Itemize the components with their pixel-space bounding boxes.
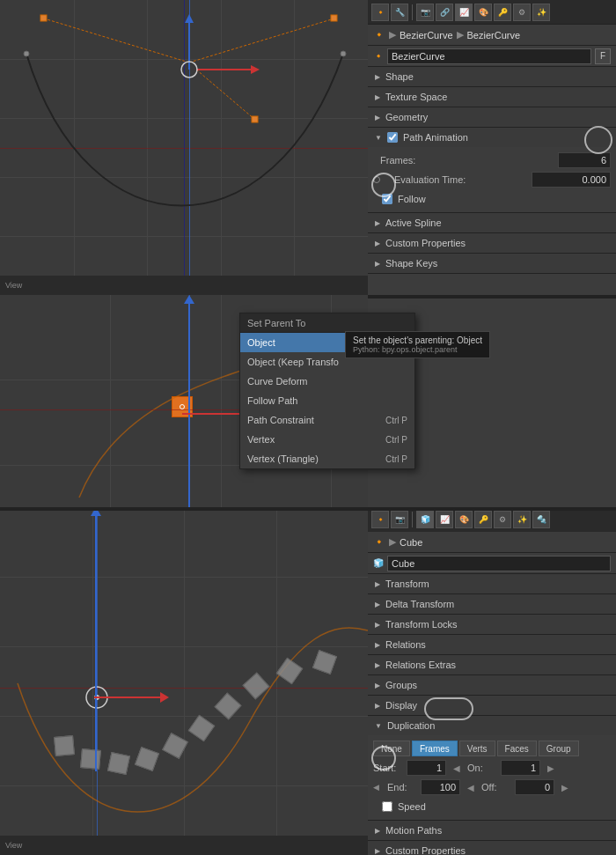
section-label-display: Display [385, 700, 417, 711]
bottom-icon-data[interactable]: 📈 [436, 511, 453, 528]
top-panel-toolbar: 🔸 🔧 📷 🔗 📈 🎨 🔑 ⚙ ✨ [368, 0, 616, 25]
triangle-active-spline: ▶ [375, 219, 380, 227]
section-header-texture[interactable]: ▶ Texture Space [368, 87, 616, 107]
breadcrumb-row: 🔸 ▶ BezierCurve ▶ BezierCurve [368, 25, 616, 46]
dup-btn-faces[interactable]: Faces [497, 741, 537, 756]
breadcrumb-item2[interactable]: BezierCurve [467, 30, 521, 41]
dup-cube-1 [54, 735, 75, 756]
section-label-relations: Relations [385, 639, 426, 650]
context-menu-title: Set Parent To [240, 313, 414, 333]
section-header-shape-keys[interactable]: ▶ Shape Keys [368, 254, 616, 273]
section-header-relations-extras[interactable]: ▶ Relations Extras [368, 655, 616, 674]
section-header-duplication[interactable]: ▼ Duplication [368, 716, 616, 735]
icon-link[interactable]: 🔗 [436, 4, 453, 21]
context-item-vertex-label: Vertex [247, 434, 275, 445]
follow-checkbox[interactable] [382, 194, 392, 204]
svg-point-12 [341, 51, 346, 56]
on-input[interactable] [501, 760, 540, 776]
icon-modifier[interactable]: ⚙ [513, 4, 531, 21]
icon-object[interactable]: 🔧 [391, 4, 408, 21]
section-header-motion-paths[interactable]: ▶ Motion Paths [368, 821, 616, 840]
section-header-custom-props-bottom[interactable]: ▶ Custom Properties [368, 841, 616, 855]
context-item-vertex[interactable]: Vertex Ctrl P [240, 430, 414, 449]
start-label: Start: [373, 763, 400, 773]
section-header-relations[interactable]: ▶ Relations [368, 635, 616, 654]
section-header-active-spline[interactable]: ▶ Active Spline [368, 213, 616, 232]
bottom-viewport: View [0, 507, 368, 855]
bezier-curve-svg [0, 0, 368, 295]
section-header-display[interactable]: ▶ Display [368, 696, 616, 715]
speed-checkbox[interactable] [382, 801, 392, 812]
bottom-icon-object[interactable]: 🧊 [416, 511, 434, 528]
icon-material[interactable]: 🎨 [474, 4, 492, 21]
eval-time-input[interactable] [532, 172, 611, 188]
icon-data[interactable]: 📈 [455, 4, 473, 21]
bottom-breadcrumb-item[interactable]: Cube [400, 537, 422, 548]
bottom-breadcrumb-icon: 🔸 [373, 536, 385, 548]
svg-line-0 [44, 18, 189, 63]
bottom-icon-render[interactable]: 📷 [391, 511, 408, 528]
section-header-transform[interactable]: ▶ Transform [368, 574, 616, 593]
icon-scene[interactable]: 🔸 [371, 4, 389, 21]
section-header-transform-locks[interactable]: ▶ Transform Locks [368, 615, 616, 634]
context-item-object-keep-label: Object (Keep Transfo [247, 357, 339, 367]
triangle-custom-props: ▶ [375, 240, 380, 247]
frames-row: Frames: [368, 151, 616, 170]
top-viewport-header: View [0, 276, 368, 295]
section-header-custom-props-top[interactable]: ▶ Custom Properties [368, 233, 616, 253]
context-item-follow-path-label: Follow Path [247, 395, 297, 406]
icon-render[interactable]: 📷 [416, 4, 434, 21]
section-label-active-spline: Active Spline [385, 217, 442, 228]
section-groups: ▶ Groups [368, 675, 616, 696]
triangle-shape: ▶ [375, 73, 380, 81]
section-geometry: ▶ Geometry [368, 107, 616, 128]
path-anim-body: Frames: Evaluation Time: Follow [368, 147, 616, 212]
dup-btn-verts[interactable]: Verts [459, 741, 495, 756]
h-separator-bottom[interactable] [0, 507, 616, 511]
section-relations: ▶ Relations [368, 635, 616, 655]
icon-constraint[interactable]: 🔑 [494, 4, 511, 21]
dup-btn-none[interactable]: None [373, 741, 410, 756]
breadcrumb-item1[interactable]: BezierCurve [400, 30, 453, 41]
end-input[interactable] [421, 779, 460, 795]
section-header-groups[interactable]: ▶ Groups [368, 675, 616, 695]
dup-btn-frames[interactable]: Frames [412, 741, 458, 756]
bottom-icon-particles[interactable]: ✨ [513, 511, 531, 528]
breadcrumb-row-bottom: 🔸 ▶ Cube [368, 532, 616, 553]
icon-particles[interactable]: ✨ [532, 4, 550, 21]
bottom-icon-scene[interactable]: 🔸 [371, 511, 389, 528]
off-input[interactable] [515, 779, 554, 795]
svg-point-11 [24, 51, 29, 56]
obj-name-input-top[interactable] [387, 48, 591, 64]
end-label: End: [387, 782, 414, 792]
f-button-top[interactable]: F [595, 48, 611, 64]
bottom-icon-constraint[interactable]: 🔑 [474, 511, 492, 528]
bottom-icon-modifier[interactable]: ⚙ [494, 511, 511, 528]
dup-buttons-row: None Frames Verts Faces Group [368, 739, 616, 758]
section-relations-extras: ▶ Relations Extras [368, 655, 616, 675]
obj-type-icon: 🔸 [373, 51, 384, 61]
triangle-shape-keys: ▶ [375, 260, 380, 268]
svg-rect-2 [40, 15, 47, 21]
bottom-icon-material[interactable]: 🎨 [455, 511, 473, 528]
right-panel-top: 🔸 🔧 📷 🔗 📈 🎨 🔑 ⚙ ✨ 🔸 ▶ BezierCurve ▶ Bezi… [368, 0, 616, 295]
frames-input[interactable] [558, 152, 611, 168]
context-item-curve-deform[interactable]: Curve Deform [240, 372, 414, 391]
start-input[interactable] [407, 760, 446, 776]
path-anim-checkbox[interactable] [387, 132, 398, 143]
section-header-delta-transform[interactable]: ▶ Delta Transform [368, 594, 616, 614]
bottom-icon-physics[interactable]: 🔩 [532, 511, 550, 528]
section-header-geometry[interactable]: ▶ Geometry [368, 107, 616, 127]
context-item-path-constraint[interactable]: Path Constraint Ctrl P [240, 410, 414, 430]
context-item-vertex-tri[interactable]: Vertex (Triangle) Ctrl P [240, 449, 414, 468]
cube-name-input[interactable] [387, 556, 611, 571]
section-texture: ▶ Texture Space [368, 87, 616, 107]
section-header-shape[interactable]: ▶ Shape [368, 67, 616, 86]
dup-btn-group[interactable]: Group [539, 741, 579, 756]
context-item-follow-path[interactable]: Follow Path [240, 391, 414, 410]
section-custom-props-bottom: ▶ Custom Properties [368, 841, 616, 855]
right-panel-bottom: 🔸 📷 🧊 📈 🎨 🔑 ⚙ ✨ 🔩 🔸 ▶ Cube 🧊 ▶ Transform… [368, 507, 616, 855]
section-header-path-animation[interactable]: ▼ Path Animation [368, 128, 616, 147]
section-path-animation: ▼ Path Animation Frames: Evaluation Time… [368, 128, 616, 213]
svg-rect-5 [252, 116, 258, 122]
